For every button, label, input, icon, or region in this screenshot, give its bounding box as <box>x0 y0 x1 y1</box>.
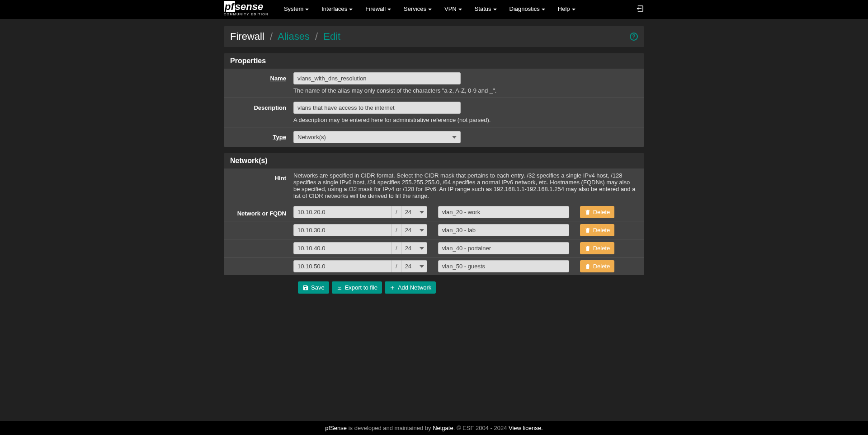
trash-icon <box>585 245 591 252</box>
network-label <box>230 265 293 268</box>
nav-item-label: Status <box>475 5 491 12</box>
chevron-down-icon <box>493 9 497 10</box>
nav-item-help[interactable]: Help <box>552 0 582 19</box>
network-address-input[interactable] <box>293 206 392 218</box>
cidr-mask-select[interactable]: 24 <box>401 224 427 236</box>
trash-icon <box>585 227 591 234</box>
cidr-slash: / <box>392 224 401 236</box>
delete-button[interactable]: Delete <box>580 260 615 272</box>
network-description-input[interactable] <box>438 260 569 272</box>
delete-button[interactable]: Delete <box>580 224 615 236</box>
breadcrumb: Firewall / Aliases / Edit <box>230 31 340 42</box>
nav-item-services[interactable]: Services <box>397 0 438 19</box>
nav-item-label: Interfaces <box>321 5 347 12</box>
network-address-input[interactable] <box>293 260 392 272</box>
description-help: A description may be entered here for ad… <box>293 117 638 123</box>
network-label <box>230 247 293 250</box>
help-icon[interactable]: ? <box>630 33 638 41</box>
network-row: /24Delete <box>224 221 644 239</box>
network-label <box>230 229 293 232</box>
save-icon <box>302 285 309 291</box>
network-address-input[interactable] <box>293 224 392 236</box>
chevron-down-icon <box>458 9 462 10</box>
nav-item-status[interactable]: Status <box>468 0 503 19</box>
hint-text: Networks are specified in CIDR format. S… <box>293 172 638 199</box>
chevron-down-icon <box>542 9 545 10</box>
export-label: Export to file <box>345 284 377 291</box>
properties-heading: Properties <box>224 53 644 69</box>
delete-label: Delete <box>593 245 610 252</box>
network-row: Network or FQDN/24Delete <box>224 203 644 221</box>
nav-item-label: System <box>284 5 303 12</box>
breadcrumb-bar: Firewall / Aliases / Edit ? <box>224 26 644 47</box>
logout-icon[interactable] <box>636 5 644 14</box>
delete-label: Delete <box>593 209 610 215</box>
brand-text: pfsense <box>224 2 263 12</box>
name-help: The name of the alias may only consist o… <box>293 87 638 94</box>
save-button[interactable]: Save <box>298 281 329 294</box>
cidr-mask-select[interactable]: 24 <box>401 206 427 218</box>
nav-item-label: VPN <box>444 5 457 12</box>
network-row: /24Delete <box>224 257 644 275</box>
network-row: /24Delete <box>224 239 644 257</box>
properties-panel: Properties Name The name of the alias ma… <box>224 53 644 147</box>
network-description-input[interactable] <box>438 242 569 254</box>
network-description-input[interactable] <box>438 224 569 236</box>
breadcrumb-edit[interactable]: Edit <box>323 31 340 42</box>
network-description-input[interactable] <box>438 206 569 218</box>
add-network-button[interactable]: Add Network <box>385 281 436 294</box>
nav-item-system[interactable]: System <box>278 0 315 19</box>
nav-item-interfaces[interactable]: Interfaces <box>315 0 359 19</box>
chevron-down-icon <box>428 9 432 10</box>
nav-item-label: Services <box>404 5 426 12</box>
add-label: Add Network <box>398 284 431 291</box>
breadcrumb-root[interactable]: Firewall <box>230 31 264 42</box>
chevron-down-icon <box>387 9 391 10</box>
type-label: Type <box>230 131 293 143</box>
cidr-slash: / <box>392 242 401 254</box>
nav-item-label: Firewall <box>365 5 386 12</box>
brand-subtitle: COMMUNITY EDITION <box>224 13 269 16</box>
nav-item-diagnostics[interactable]: Diagnostics <box>503 0 552 19</box>
cidr-slash: / <box>392 206 401 218</box>
network-address-input[interactable] <box>293 242 392 254</box>
delete-button[interactable]: Delete <box>580 206 615 218</box>
export-button[interactable]: Export to file <box>332 281 382 294</box>
trash-icon <box>585 209 591 215</box>
cidr-mask-select[interactable]: 24 <box>401 242 427 254</box>
brand-logo[interactable]: pfsense COMMUNITY EDITION <box>224 0 269 16</box>
nav-item-label: Diagnostics <box>509 5 540 12</box>
breadcrumb-sep: / <box>267 31 275 42</box>
brand-pf: pf <box>224 1 235 12</box>
networks-panel: Network(s) Hint Networks are specified i… <box>224 153 644 275</box>
navbar: pfsense COMMUNITY EDITION SystemInterfac… <box>0 0 868 19</box>
plus-icon <box>389 285 396 291</box>
action-row: Save Export to file Add Network <box>224 281 644 294</box>
brand-sense: sense <box>235 1 263 12</box>
delete-button[interactable]: Delete <box>580 242 615 254</box>
description-label: Description <box>230 102 293 123</box>
nav-item-label: Help <box>558 5 570 12</box>
cidr-mask-select[interactable]: 24 <box>401 260 427 272</box>
save-label: Save <box>311 284 325 291</box>
name-input[interactable] <box>293 72 461 84</box>
chevron-down-icon <box>572 9 576 10</box>
cidr-slash: / <box>392 260 401 272</box>
delete-label: Delete <box>593 263 610 270</box>
nav-item-firewall[interactable]: Firewall <box>359 0 397 19</box>
hint-label: Hint <box>230 172 293 199</box>
network-label: Network or FQDN <box>230 207 293 217</box>
nav-item-vpn[interactable]: VPN <box>438 0 468 19</box>
delete-label: Delete <box>593 227 610 234</box>
networks-heading: Network(s) <box>224 153 644 168</box>
description-input[interactable] <box>293 102 461 114</box>
chevron-down-icon <box>305 9 309 10</box>
type-select[interactable]: Network(s) <box>293 131 461 143</box>
chevron-down-icon <box>349 9 353 10</box>
trash-icon <box>585 263 591 270</box>
download-icon <box>336 285 343 291</box>
breadcrumb-sep: / <box>312 31 321 42</box>
name-label: Name <box>230 72 293 94</box>
breadcrumb-aliases[interactable]: Aliases <box>278 31 310 42</box>
